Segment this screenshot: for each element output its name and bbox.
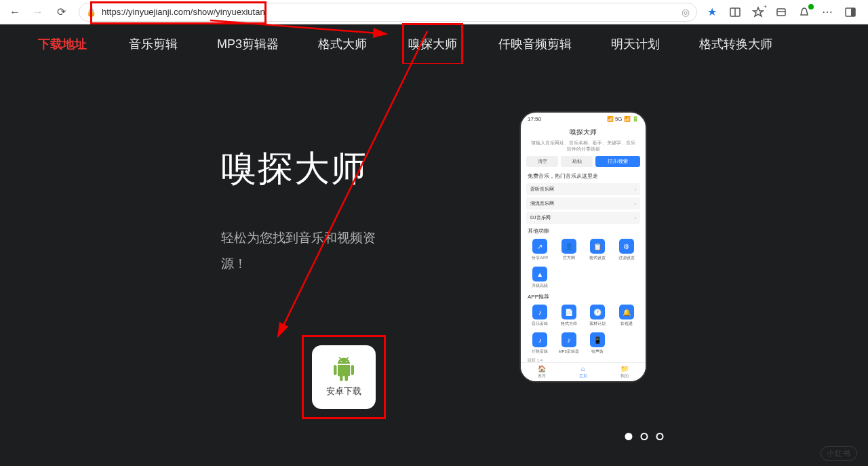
nav-item-music-edit[interactable]: 音乐剪辑 — [125, 25, 182, 63]
split-screen-icon[interactable] — [728, 5, 742, 19]
hero-description: 轻松为您找到音乐和视频资源！ — [221, 225, 397, 277]
phone-tab: 📁我的 — [620, 365, 629, 379]
annotation-download-highlight: 安卓下载 — [302, 335, 386, 419]
phone-search-hint: 请输入音乐网址、音乐名称、歌手、关键字、音乐软件的分享链接 — [521, 140, 646, 156]
phone-tab: ⌂主页 — [579, 365, 587, 379]
phone-app-item: ♪音乐剪辑 — [526, 305, 554, 327]
phone-section-app-rec: APP推荐 — [521, 292, 646, 302]
favorite-star-icon[interactable]: ★ — [705, 5, 719, 19]
lock-icon: 🔒 — [86, 7, 96, 17]
shopping-icon[interactable] — [797, 5, 811, 19]
nav-item-sniff-master[interactable]: 嗅探大师 — [402, 23, 463, 65]
phone-app-item: 🕐素材计划 — [584, 305, 612, 327]
phone-app-item: 🔔影视通 — [613, 305, 641, 327]
browser-toolbar: ← → ⟳ 🔒 ◎ ★ + ⋯ — [0, 0, 868, 24]
hero-section: 嗅探大师 轻松为您找到音乐和视频资源！ 17:50📶 5G 📶 🔋 嗅探大师 请… — [0, 64, 868, 466]
phone-app-item: ↗分享APP — [526, 239, 554, 261]
more-icon[interactable]: ⋯ — [821, 5, 834, 19]
download-label: 安卓下载 — [326, 385, 361, 397]
carousel-dot-3[interactable] — [656, 433, 664, 440]
phone-list-item: 潮流音乐网 — [526, 197, 640, 210]
android-download-button[interactable]: 安卓下载 — [312, 345, 376, 409]
phone-tab-bar: 🏠推荐⌂主页📁我的 — [521, 362, 646, 381]
phone-list-item: DJ音乐网 — [526, 212, 640, 224]
phone-app-title: 嗅探大师 — [521, 125, 646, 140]
site-nav: 下载地址 音乐剪辑 MP3剪辑器 格式大师 嗅探大师 仟映音频剪辑 明天计划 格… — [0, 24, 868, 64]
nav-item-format-convert[interactable]: 格式转换大师 — [695, 25, 776, 63]
phone-paste-button: 粘贴 — [561, 156, 593, 167]
nav-item-mp3-editor[interactable]: MP3剪辑器 — [213, 25, 283, 63]
back-button[interactable]: ← — [5, 3, 24, 22]
side-panel-icon[interactable] — [844, 5, 857, 19]
phone-tab: 🏠推荐 — [538, 365, 546, 379]
browser-toolbar-right: ★ + ⋯ — [705, 5, 863, 19]
phone-search-button: 打开/搜索 — [595, 156, 640, 167]
phone-mockup: 17:50📶 5G 📶 🔋 嗅探大师 请输入音乐网址、音乐名称、歌手、关键字、音… — [519, 111, 647, 383]
phone-app-item: ▲升级高级 — [526, 267, 554, 289]
hero-text-block: 嗅探大师 轻松为您找到音乐和视频资源！ — [221, 111, 397, 277]
hero-title: 嗅探大师 — [221, 145, 397, 193]
collections-icon[interactable] — [774, 5, 788, 19]
svg-rect-3 — [777, 9, 785, 16]
watermark: 小红书 — [821, 446, 857, 461]
forward-button[interactable]: → — [28, 3, 47, 22]
phone-app-item: 👤官方网 — [555, 239, 583, 261]
phone-app-item: 📋格式设置 — [584, 239, 612, 261]
phone-app-item: ⚙过滤设置 — [613, 239, 641, 261]
carousel-dot-2[interactable] — [641, 433, 648, 440]
svg-rect-6 — [851, 8, 855, 16]
refresh-button[interactable]: ⟳ — [52, 3, 71, 22]
address-bar[interactable]: 🔒 ◎ — [79, 3, 697, 22]
site-logo[interactable]: 下载地址 — [38, 36, 87, 52]
phone-app-item: 📱铃声装 — [584, 332, 612, 355]
url-input[interactable] — [102, 7, 676, 17]
nav-item-format-master[interactable]: 格式大师 — [314, 25, 371, 63]
nav-item-tomorrow-plan[interactable]: 明天计划 — [607, 25, 664, 63]
favorites-icon[interactable]: + — [751, 5, 765, 19]
phone-app-item: ♪仟映剪辑 — [526, 332, 554, 355]
phone-app-item: 📄格式大师 — [555, 305, 583, 327]
nav-item-qianying-audio[interactable]: 仟映音频剪辑 — [494, 25, 576, 63]
phone-list-item: 爱听音乐网 — [526, 183, 640, 195]
carousel-dots — [625, 433, 664, 440]
phone-app-item: ♪MP3剪辑器 — [555, 332, 583, 355]
svg-marker-2 — [753, 7, 763, 16]
phone-section-other: 其他功能 — [521, 226, 646, 236]
phone-section-free-music: 免费音乐，热门音乐从这里走 — [521, 171, 646, 181]
android-icon — [332, 357, 356, 381]
phone-clear-button: 清空 — [526, 156, 558, 167]
phone-status-bar: 17:50📶 5G 📶 🔋 — [521, 113, 646, 125]
reader-icon[interactable]: ◎ — [682, 7, 690, 18]
badge-green-icon — [808, 4, 814, 9]
carousel-dot-1[interactable] — [625, 433, 633, 440]
